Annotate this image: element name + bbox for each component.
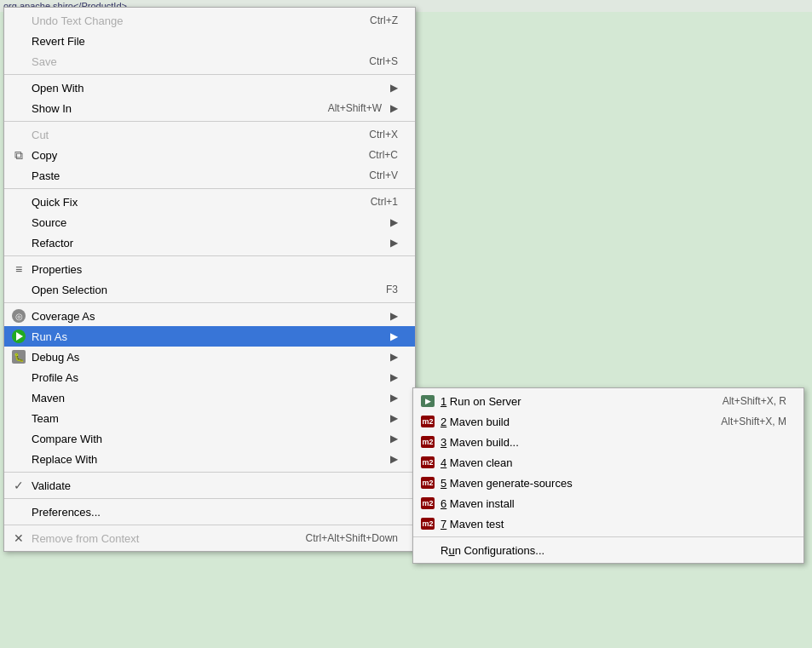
show-in-arrow-icon: ▶	[390, 102, 398, 114]
menu-item-maven[interactable]: Maven▶	[4, 387, 415, 408]
run-server-icon-area: ▶	[420, 395, 435, 407]
remove-shortcut: Ctrl+Alt+Shift+Down	[306, 532, 398, 544]
menu-item-profile-as[interactable]: Profile As▶	[4, 367, 415, 387]
paste-label: Paste	[32, 169, 352, 182]
revert-label: Revert File	[32, 35, 398, 48]
menu-item-copy[interactable]: ⧉CopyCtrl+C	[4, 145, 415, 165]
menu-item-run-as[interactable]: Run As▶	[4, 326, 415, 347]
team-label: Team	[32, 412, 382, 425]
copy-shortcut: Ctrl+C	[369, 149, 398, 161]
coverage-as-icon-area: ◎	[11, 309, 26, 323]
undo-shortcut: Ctrl+Z	[370, 14, 398, 26]
menu-item-validate[interactable]: ✓Validate	[4, 475, 415, 496]
maven-label: Maven	[32, 392, 382, 404]
debug-as-arrow-icon: ▶	[390, 351, 398, 363]
submenu-item-maven-test[interactable]: m27 Maven test	[413, 513, 803, 534]
menu-item-team[interactable]: Team▶	[4, 408, 415, 428]
submenu-item-maven-install[interactable]: m26 Maven install	[413, 493, 803, 513]
remove-icon-area: ✕	[11, 531, 26, 545]
cut-label: Cut	[32, 129, 352, 141]
m2-icon: m2	[421, 436, 435, 448]
submenu-separator	[413, 536, 803, 537]
menu-item-open-selection[interactable]: Open SelectionF3	[4, 279, 415, 300]
submenu-item-maven-build2[interactable]: m23 Maven build...	[413, 432, 803, 452]
menu-separator	[4, 74, 415, 75]
maven-arrow-icon: ▶	[390, 392, 398, 404]
menu-item-save: SaveCtrl+S	[4, 51, 415, 72]
m2-icon: m2	[421, 477, 435, 489]
maven-install-label: 6 Maven install	[441, 497, 786, 510]
menu-separator	[4, 498, 415, 499]
maven-build2-label: 3 Maven build...	[441, 436, 786, 449]
quickfix-label: Quick Fix	[32, 196, 354, 209]
menu-item-cut: CutCtrl+X	[4, 124, 415, 145]
coverage-as-label: Coverage As	[32, 310, 382, 323]
copy-label: Copy	[32, 149, 352, 162]
menu-item-quickfix[interactable]: Quick FixCtrl+1	[4, 192, 415, 212]
replace-with-label: Replace With	[32, 453, 382, 466]
menu-separator	[4, 255, 415, 256]
maven-build-shortcut: Alt+Shift+X, M	[721, 416, 786, 427]
maven-generate-label: 5 Maven generate-sources	[441, 477, 786, 490]
quickfix-shortcut: Ctrl+1	[371, 196, 398, 208]
menu-item-source[interactable]: Source▶	[4, 212, 415, 232]
preferences-label: Preferences...	[32, 506, 398, 519]
save-shortcut: Ctrl+S	[369, 55, 398, 67]
run-as-icon-area	[11, 330, 26, 343]
open-selection-label: Open Selection	[32, 284, 369, 296]
team-arrow-icon: ▶	[390, 412, 398, 424]
paste-shortcut: Ctrl+V	[369, 169, 398, 181]
maven-clean-icon-area: m2	[420, 456, 435, 468]
menu-item-compare-with[interactable]: Compare With▶	[4, 428, 415, 449]
menu-separator	[4, 188, 415, 189]
menu-item-paste[interactable]: PasteCtrl+V	[4, 165, 415, 186]
menu-separator	[4, 472, 415, 473]
compare-with-label: Compare With	[32, 433, 382, 445]
debug-as-label: Debug As	[32, 351, 382, 364]
menu-item-revert[interactable]: Revert File	[4, 31, 415, 51]
undo-label: Undo Text Change	[32, 14, 353, 27]
menu-item-remove: ✕Remove from ContextCtrl+Alt+Shift+Down	[4, 528, 415, 548]
menu-item-coverage-as[interactable]: ◎Coverage As▶	[4, 306, 415, 326]
m2-icon: m2	[421, 497, 435, 509]
menu-separator	[4, 121, 415, 122]
menu-item-replace-with[interactable]: Replace With▶	[4, 449, 415, 469]
maven-build-label: 2 Maven build	[441, 416, 704, 428]
refactor-arrow-icon: ▶	[390, 237, 398, 249]
run-configs-label: Run Configurations...	[441, 544, 786, 557]
maven-build-icon-area: m2	[420, 416, 435, 427]
menu-item-show-in[interactable]: Show InAlt+Shift+W▶	[4, 98, 415, 118]
submenu-item-maven-clean[interactable]: m24 Maven clean	[413, 452, 803, 473]
submenu-item-run-server[interactable]: ▶1 Run on ServerAlt+Shift+X, R	[413, 391, 803, 411]
open-with-arrow-icon: ▶	[390, 82, 398, 94]
refactor-label: Refactor	[32, 237, 382, 249]
run-as-submenu: ▶1 Run on ServerAlt+Shift+X, Rm22 Maven …	[412, 387, 804, 564]
maven-build2-icon-area: m2	[420, 436, 435, 448]
menu-item-undo: Undo Text ChangeCtrl+Z	[4, 10, 415, 31]
menu-item-properties[interactable]: ≡Properties	[4, 259, 415, 279]
copy-icon: ⧉	[14, 148, 23, 163]
maven-test-icon-area: m2	[420, 518, 435, 530]
run-server-shortcut: Alt+Shift+X, R	[723, 395, 786, 407]
submenu-item-run-configs[interactable]: Run Configurations...	[413, 540, 803, 560]
menu-separator	[4, 525, 415, 525]
remove-label: Remove from Context	[32, 532, 289, 545]
save-label: Save	[32, 55, 352, 68]
maven-generate-icon-area: m2	[420, 477, 435, 489]
menu-item-refactor[interactable]: Refactor▶	[4, 232, 415, 253]
menu-item-preferences[interactable]: Preferences...	[4, 502, 415, 522]
submenu-item-maven-build[interactable]: m22 Maven buildAlt+Shift+X, M	[413, 411, 803, 432]
show-in-label: Show In	[32, 102, 311, 115]
maven-clean-label: 4 Maven clean	[441, 456, 786, 469]
server-icon: ▶	[421, 395, 435, 407]
copy-icon-area: ⧉	[11, 148, 26, 163]
m2-icon: m2	[421, 518, 435, 530]
compare-with-arrow-icon: ▶	[390, 433, 398, 444]
submenu-item-maven-generate[interactable]: m25 Maven generate-sources	[413, 473, 803, 493]
properties-icon-area: ≡	[11, 262, 26, 276]
menu-item-debug-as[interactable]: 🐛Debug As▶	[4, 347, 415, 367]
validate-icon: ✓	[14, 479, 24, 492]
menu-item-open-with[interactable]: Open With▶	[4, 77, 415, 98]
m2-icon: m2	[421, 456, 435, 468]
menu-separator	[4, 302, 415, 303]
